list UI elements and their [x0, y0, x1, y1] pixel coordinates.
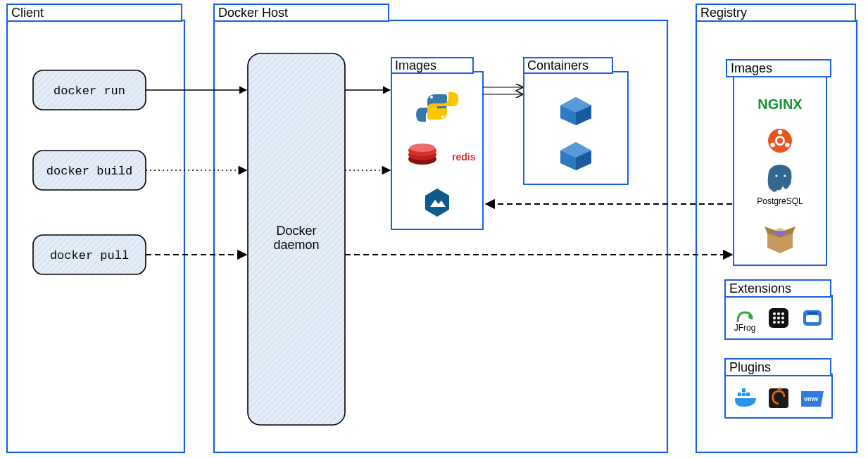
package-icon: [765, 227, 795, 253]
container-icon: [560, 142, 591, 170]
registry-extensions-box: Extensions JFrog: [725, 280, 832, 339]
svg-text:Docker: Docker: [276, 224, 316, 238]
host-containers-box: Containers: [524, 58, 628, 184]
svg-point-67: [777, 321, 780, 324]
svg-rect-78: [742, 388, 746, 392]
calendar-icon: [803, 310, 822, 326]
svg-point-64: [777, 317, 780, 319]
registry-plugins-box: Plugins vmw: [725, 359, 832, 418]
svg-rect-76: [742, 393, 746, 396]
svg-text:vmw: vmw: [804, 395, 819, 402]
alpine-icon: [425, 189, 449, 217]
svg-text:Extensions: Extensions: [729, 281, 791, 295]
docker-host-title: Docker Host: [218, 6, 288, 20]
svg-point-42: [777, 138, 783, 144]
app-grid-icon: [769, 308, 788, 328]
python-icon: [416, 92, 458, 122]
svg-point-62: [781, 312, 784, 315]
client-title: Client: [11, 6, 44, 20]
svg-text:Images: Images: [395, 58, 436, 72]
svg-point-66: [773, 321, 776, 324]
svg-point-63: [773, 317, 776, 319]
svg-text:PostgreSQL: PostgreSQL: [757, 196, 803, 206]
svg-point-23: [410, 144, 435, 152]
svg-point-57: [748, 314, 753, 319]
svg-text:Plugins: Plugins: [729, 360, 771, 374]
jfrog-icon: JFrog: [734, 312, 756, 333]
container-icon: [560, 97, 591, 125]
client-cmd-build: docker build: [33, 151, 146, 190]
docker-host-panel: Docker Host Docker daemon Images: [214, 4, 667, 452]
svg-rect-71: [807, 312, 817, 314]
svg-rect-75: [738, 393, 741, 396]
docker-icon: [735, 388, 756, 407]
svg-text:Images: Images: [731, 61, 772, 75]
svg-rect-77: [746, 393, 750, 396]
docker-daemon-box: Docker daemon: [248, 53, 345, 425]
host-images-box: Images redis: [391, 58, 483, 229]
arrow-images-to-containers: [483, 87, 522, 94]
svg-point-61: [777, 312, 780, 315]
redis-icon: redis: [408, 144, 476, 165]
postgresql-icon: PostgreSQL: [757, 165, 803, 206]
svg-point-60: [773, 312, 776, 315]
registry-title: Registry: [700, 6, 747, 20]
svg-point-44: [785, 143, 789, 147]
registry-images-box: Images NGINX PostgreSQL: [727, 60, 831, 265]
ubuntu-icon: [768, 129, 792, 153]
svg-point-68: [781, 321, 784, 324]
client-cmd-run: docker run: [33, 70, 146, 110]
svg-text:docker build: docker build: [46, 165, 132, 178]
client-cmd-pull: docker pull: [33, 235, 146, 274]
svg-text:docker pull: docker pull: [50, 249, 129, 262]
svg-marker-53: [774, 231, 786, 235]
svg-rect-70: [806, 315, 819, 322]
svg-point-45: [770, 143, 774, 147]
svg-text:daemon: daemon: [273, 238, 319, 252]
svg-point-46: [775, 174, 777, 177]
grafana-icon: [769, 387, 788, 408]
vmware-icon: vmw: [801, 391, 824, 407]
registry-panel: Registry Images NGINX PostgreSQL: [696, 4, 857, 452]
svg-point-47: [784, 174, 786, 177]
svg-point-19: [441, 115, 444, 118]
svg-point-43: [778, 130, 782, 134]
svg-text:Containers: Containers: [527, 58, 589, 72]
svg-text:docker run: docker run: [54, 84, 125, 98]
svg-point-65: [781, 317, 784, 319]
svg-point-18: [430, 96, 433, 98]
client-panel: Client docker run docker build docker pu…: [7, 4, 184, 452]
svg-text:redis: redis: [452, 151, 476, 163]
svg-text:JFrog: JFrog: [734, 323, 756, 333]
nginx-icon: NGINX: [757, 96, 803, 112]
